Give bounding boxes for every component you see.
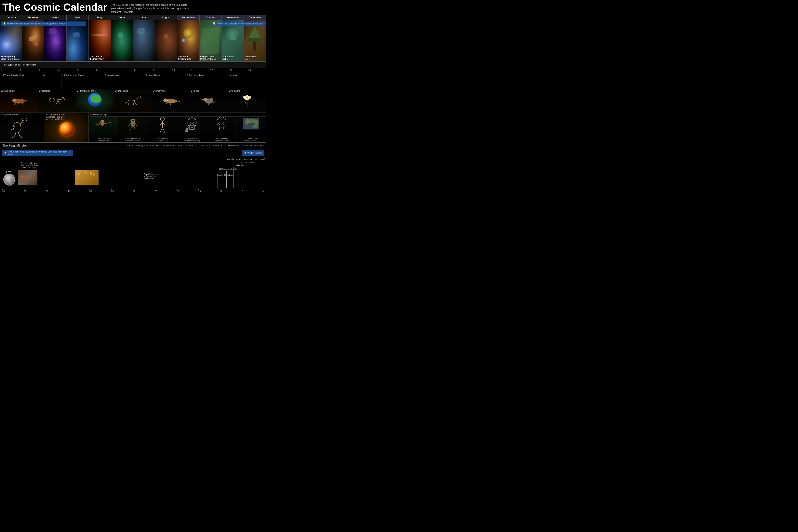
svg-line-30 — [161, 99, 162, 99]
december-header: The Month of December... — [0, 62, 266, 68]
dec-cell-mammals: 26 Mammals — [152, 89, 190, 112]
month-jul: July — [133, 15, 155, 20]
svg-point-9 — [61, 97, 65, 100]
svg-point-21 — [138, 96, 141, 98]
cosmic-cell-jan: The Big Bang,Stars First Appear — [0, 20, 22, 61]
dec-cell-vertebrates: 18 Vertebrates — [102, 73, 143, 89]
tl-num-55: 55 — [24, 190, 26, 192]
dec-cell-chimps: 8 PM: Humans andChimpanzees Split — [118, 117, 148, 142]
svg-point-53 — [13, 122, 21, 132]
banner-arrow-left — [67, 22, 69, 25]
cosmic-year-section: 💡 Known from telescopes looking back in … — [0, 20, 266, 62]
cosmic-cell-aug — [155, 20, 177, 61]
svg-line-89 — [163, 128, 164, 131]
dec-day-2: 2 — [19, 68, 38, 73]
svg-line-60 — [23, 120, 24, 121]
final-content-area: Systec — [0, 156, 266, 195]
svg-line-64 — [12, 136, 15, 138]
svg-line-5 — [22, 103, 23, 105]
page-title: The Cosmic Calendar — [2, 2, 107, 13]
cosmic-label-dec-year: MulticellularLife — [245, 55, 257, 60]
stopwatch-image: Systec — [2, 171, 16, 185]
ice-age-label: End of Last Ice Age,Sea Level 400 FeetLo… — [21, 162, 42, 169]
svg-point-100 — [217, 117, 226, 127]
svg-rect-135 — [77, 177, 80, 177]
vline-columbus — [248, 161, 248, 188]
svg-point-98 — [192, 122, 195, 125]
cosmic-cell-dec-year: MulticellularLife — [244, 20, 266, 61]
dec-days-row: 1 2 3 4 5 6 7 8 9 10 11 12 13 14 ... — [0, 68, 266, 73]
svg-line-130 — [30, 181, 30, 183]
svg-line-126 — [25, 180, 26, 183]
svg-marker-99 — [185, 128, 189, 132]
label-columbus: Columbus Arrives in America (1.2 Seconds… — [227, 158, 265, 160]
vline-buddha — [226, 171, 227, 188]
dec-day-12: 12 — [209, 68, 228, 73]
dec-day-14: 14 ... — [247, 68, 266, 73]
svg-point-70 — [101, 121, 104, 126]
lightbulb-icon: 💡 — [3, 22, 6, 25]
dec-day-9: 9 — [152, 68, 171, 73]
page-subtitle: The 13.8 billion year history of the uni… — [111, 3, 190, 14]
svg-line-66 — [20, 136, 22, 138]
dec-day-6: 6 — [95, 68, 114, 73]
svg-point-83 — [160, 117, 165, 121]
tl-num-60: 60 — [2, 190, 5, 192]
svg-line-85 — [160, 122, 163, 126]
dec-cell-insects: 21 Insects — [225, 73, 266, 89]
svg-line-20 — [133, 98, 139, 102]
cosmic-label-may: Thin Disk ofthe Milky Way — [90, 55, 103, 60]
svg-point-129 — [28, 176, 31, 178]
dec-day-1: 1 — [0, 68, 19, 73]
month-dec: December — [244, 15, 266, 20]
svg-point-73 — [101, 121, 102, 121]
timeline-bar — [2, 188, 264, 188]
svg-line-104 — [219, 128, 220, 130]
svg-line-79 — [131, 127, 132, 130]
svg-rect-136 — [85, 174, 87, 180]
banner-geologic: 💡 Known from geologic record, fossils, g… — [211, 21, 265, 26]
svg-line-44 — [207, 106, 208, 106]
svg-point-141 — [90, 172, 92, 175]
dec-cell-birds: 27 Birds — [190, 89, 228, 112]
svg-line-63 — [15, 132, 16, 136]
cosmic-cell-apr — [66, 20, 89, 61]
banner-artifacts: 💡 Known from artifacts, radiocarbon dati… — [2, 150, 73, 156]
month-nov: November — [222, 15, 244, 20]
svg-line-62 — [21, 126, 22, 126]
svg-line-6 — [25, 100, 27, 101]
svg-line-25 — [133, 103, 134, 105]
final-banners: 💡 Known from artifacts, radiocarbon dati… — [0, 149, 266, 156]
dec-cell-fish-jaws: 20 Fish with Jaws — [184, 73, 225, 89]
december-section: The Month of December... 1 2 3 4 5 6 7 8… — [0, 62, 266, 142]
svg-point-58 — [22, 118, 27, 121]
month-jan: January — [0, 15, 22, 20]
svg-line-87 — [161, 128, 163, 131]
dec-day-11: 11 — [190, 68, 209, 73]
dec-row-amphibians: 22 Amphibians 23 Reptiles — [0, 89, 266, 113]
svg-point-134 — [77, 173, 80, 175]
svg-point-29 — [163, 99, 164, 100]
dec-cell-pangaea: 24 Pangaea Forms — [76, 89, 114, 112]
dec-cell-amphibians: 22 Amphibians — [0, 89, 38, 112]
label-dynastic: Dynastic China Begins — [216, 174, 234, 176]
svg-line-26 — [135, 103, 137, 104]
cosmic-label-oct: Oxygen fromPhotosynthesis — [201, 55, 216, 60]
dec-day-5: 5 — [76, 68, 95, 73]
banner-written: 💡 Written records — [242, 150, 264, 156]
svg-line-32 — [170, 103, 171, 104]
tl-num-20: 20 — [176, 190, 179, 192]
cosmic-label-sep: The SolarSystem, Life — [178, 55, 191, 60]
dec-day-3: 3 — [38, 68, 57, 73]
dec-cell-modern-humans: 11:52: ModernHumans Evolve — [207, 117, 236, 142]
cosmic-cell-feb — [22, 20, 44, 61]
vline-mohammed — [238, 164, 239, 188]
svg-line-3 — [14, 103, 16, 105]
banner-arrow-artifacts — [69, 151, 72, 154]
svg-line-40 — [213, 101, 216, 101]
dec-day-13: 13 — [228, 68, 247, 73]
final-minute-section: The Final Minute... A human life only la… — [0, 142, 266, 195]
cosmic-cell-jul — [133, 20, 155, 61]
svg-line-33 — [175, 102, 175, 104]
month-apr: April — [66, 15, 89, 20]
